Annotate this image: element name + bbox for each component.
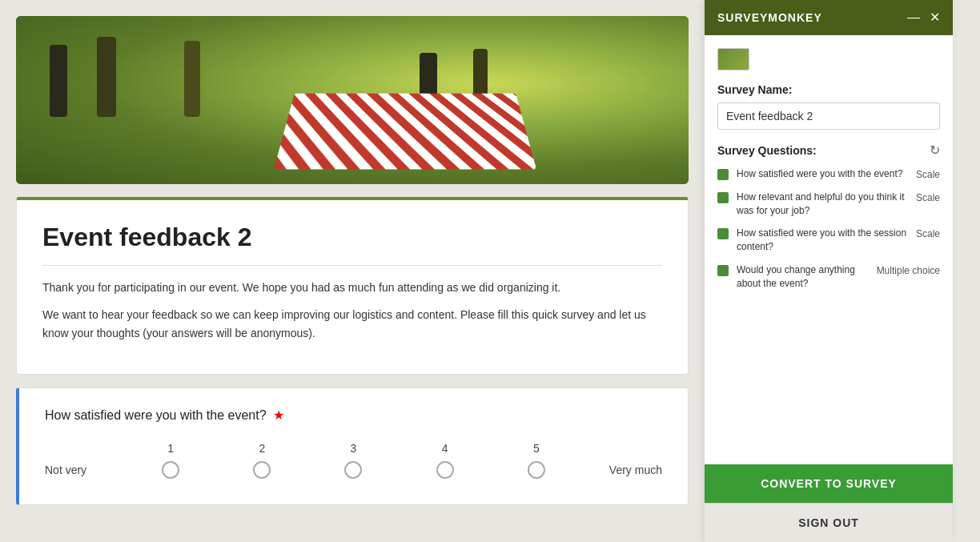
close-button[interactable]: ✕ [930, 11, 940, 24]
panel-body: Survey Name: Survey Questions: ↻ How sat… [705, 35, 953, 464]
scale-radio-1[interactable] [162, 461, 179, 479]
scale-radio-2[interactable] [253, 461, 271, 479]
scale-radio-5[interactable] [528, 461, 545, 479]
panel-controls: — ✕ [907, 11, 940, 24]
question-item-1: How satisfied were you with the event? S… [717, 167, 940, 181]
question-item-text-4: Would you change anything about the even… [737, 263, 869, 291]
scale-row: Not very [45, 461, 662, 479]
question-dot-1 [717, 169, 729, 180]
survey-intro-card: Event feedback 2 Thank you for participa… [16, 197, 689, 375]
survey-desc-1: Thank you for participating in our event… [42, 279, 662, 296]
scale-option-3[interactable] [333, 461, 373, 479]
surveymonkey-panel: SURVEYMONKEY — ✕ Survey Name: Survey Que… [705, 0, 953, 542]
question-dot-2 [717, 192, 729, 203]
question-item-type-3: Scale [916, 228, 940, 239]
scale-num-2: 2 [242, 442, 282, 455]
question-item-text-2: How relevant and helpful do you think it… [737, 191, 908, 218]
question-dot-4 [717, 265, 729, 276]
questions-header: Survey Questions: ↻ [717, 143, 940, 158]
scale-option-1[interactable] [151, 461, 191, 479]
scale-num-5: 5 [516, 442, 556, 455]
picnic-blanket [274, 94, 536, 170]
scale-option-4[interactable] [425, 461, 465, 479]
scale-option-2[interactable] [242, 461, 282, 479]
question-item-text-1: How satisfied were you with the event? [737, 167, 908, 181]
scale-num-1: 1 [151, 442, 191, 455]
survey-questions-label: Survey Questions: [717, 144, 817, 157]
question-item-4: Would you change anything about the even… [717, 263, 940, 291]
panel-footer: CONVERT TO SURVEY SIGN OUT [705, 464, 953, 542]
panel-title: SURVEYMONKEY [717, 11, 822, 24]
person-silhouette-3 [184, 41, 200, 117]
survey-description: Thank you for participating in our event… [42, 279, 662, 342]
question-item-type-2: Scale [916, 192, 940, 203]
survey-divider [42, 265, 662, 266]
scale-container: 1 2 3 4 5 Not very [45, 442, 662, 479]
scale-radio-4[interactable] [436, 461, 454, 479]
question-item-3: How satisfied were you with the session … [717, 227, 940, 254]
scale-radios[interactable] [125, 461, 582, 479]
scale-radio-3[interactable] [344, 461, 362, 479]
convert-to-survey-button[interactable]: CONVERT TO SURVEY [705, 464, 953, 503]
person-silhouette-2 [97, 37, 116, 117]
scale-option-5[interactable] [516, 461, 556, 479]
minimize-button[interactable]: — [907, 11, 920, 24]
question-dot-3 [717, 228, 729, 239]
refresh-icon[interactable]: ↻ [930, 143, 940, 158]
question-card: How satisfied were you with the event? ★… [16, 387, 689, 505]
sign-out-button[interactable]: SIGN OUT [705, 503, 953, 542]
question-item-type-1: Scale [916, 169, 940, 180]
question-title: How satisfied were you with the event? ★ [45, 408, 662, 423]
question-item-type-4: Multiple choice [877, 265, 940, 276]
scale-num-3: 3 [333, 442, 373, 455]
required-indicator: ★ [270, 408, 284, 422]
question-item-text-3: How satisfied were you with the session … [737, 227, 908, 254]
question-text: How satisfied were you with the event? [45, 408, 267, 422]
survey-desc-2: We want to hear your feedback so we can … [42, 306, 662, 342]
panel-header: SURVEYMONKEY — ✕ [705, 0, 953, 35]
main-area: Event feedback 2 Thank you for participa… [0, 0, 705, 542]
survey-preview-thumb [717, 48, 749, 70]
survey-name-input[interactable] [717, 102, 940, 130]
question-item-2: How relevant and helpful do you think it… [717, 191, 940, 218]
scale-label-right: Very much [582, 464, 662, 476]
scale-num-4: 4 [425, 442, 465, 455]
scale-label-left: Not very [45, 464, 125, 476]
survey-title: Event feedback 2 [42, 223, 662, 252]
person-silhouette-1 [50, 45, 67, 117]
survey-name-label: Survey Name: [717, 83, 940, 96]
scale-numbers: 1 2 3 4 5 [125, 442, 582, 455]
hero-image [16, 16, 689, 184]
